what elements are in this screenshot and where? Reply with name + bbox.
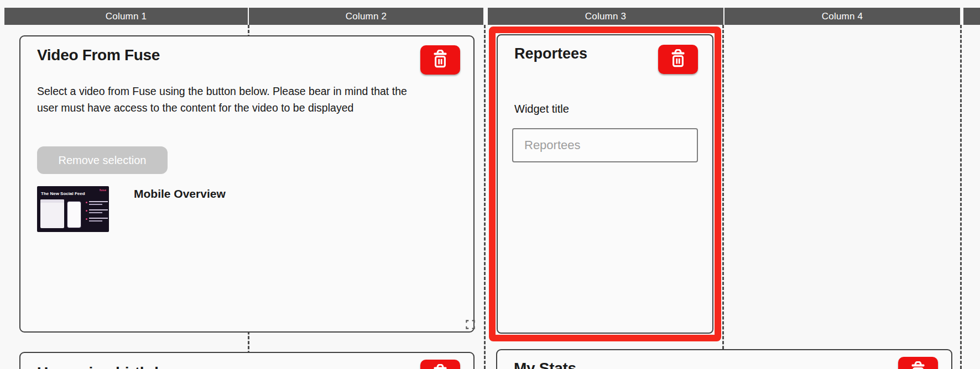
column-header-2: Column 2 — [249, 8, 483, 25]
thumbnail-phone-mockup — [67, 201, 81, 228]
thumbnail-brand-logo: fuse — [100, 188, 106, 192]
widget-card-bottom-left[interactable]: Upcoming birthdays — [19, 352, 475, 369]
thumbnail-slide-title: The New Social Feed — [41, 191, 85, 196]
widget-title: My Stats — [514, 360, 576, 369]
column-header-5-partial — [963, 8, 980, 25]
trash-icon — [669, 49, 687, 70]
delete-widget-button[interactable] — [420, 45, 460, 75]
column-header-1: Column 1 — [4, 8, 248, 25]
delete-widget-button[interactable] — [658, 45, 698, 74]
column-divider-dashed — [960, 25, 962, 369]
delete-widget-button[interactable] — [420, 360, 460, 369]
column-divider-dashed — [722, 25, 724, 369]
selected-video-title: Mobile Overview — [134, 187, 226, 201]
resize-widget-button[interactable] — [465, 319, 476, 330]
widget-card-bottom-right[interactable]: My Stats — [496, 349, 952, 369]
widget-description: Select a video from Fuse using the butto… — [37, 83, 420, 116]
widget-title-field-label: Widget title — [514, 103, 569, 115]
widget-title: Video From Fuse — [37, 46, 160, 64]
column-divider-dashed — [484, 25, 486, 369]
expand-corners-icon — [465, 323, 476, 331]
column-header-4: Column 4 — [724, 8, 960, 25]
video-thumbnail: The New Social Feed fuse — [37, 186, 109, 232]
widget-title-input[interactable] — [512, 128, 698, 162]
remove-selection-button[interactable]: Remove selection — [37, 146, 168, 174]
thumbnail-screen-mockup — [40, 199, 64, 228]
trash-icon — [431, 50, 449, 70]
selected-widget-outline: Reportees Widget title — [489, 27, 721, 341]
thumbnail-bullet-list — [86, 201, 108, 226]
trash-icon — [431, 364, 449, 369]
widget-title: Reportees — [514, 45, 587, 62]
widget-card-video-from-fuse[interactable]: Video From Fuse Select a video from Fuse… — [19, 35, 475, 333]
trash-icon — [909, 361, 927, 369]
dashboard-builder-canvas: Column 1 Column 2 Column 3 Column 4 Vide… — [0, 0, 980, 369]
delete-widget-button[interactable] — [898, 357, 938, 369]
widget-title: Upcoming birthdays — [37, 364, 184, 369]
column-header-3: Column 3 — [488, 8, 723, 25]
widget-card-reportees[interactable]: Reportees Widget title — [497, 34, 713, 334]
